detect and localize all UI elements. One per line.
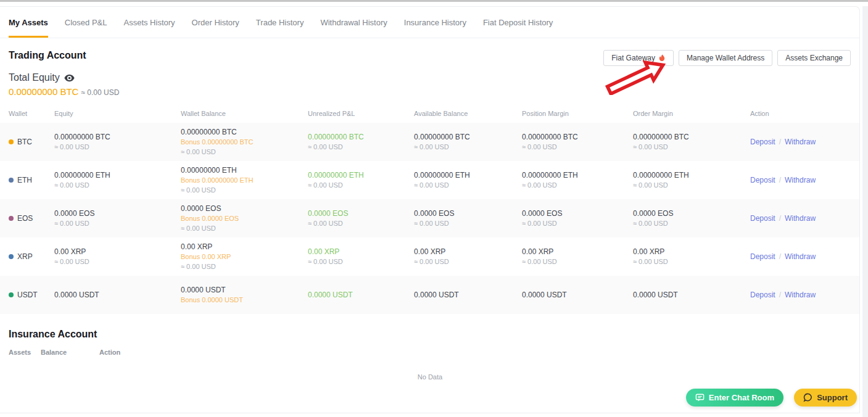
insurance-column-header-balance: Balance	[41, 349, 99, 356]
action-cell: Deposit/Withdraw	[750, 291, 851, 299]
assets-page-card: My AssetsClosed P&LAssets HistoryOrder H…	[0, 6, 860, 413]
order-margin-cell: 0.0000 USDT	[633, 291, 750, 299]
deposit-link[interactable]: Deposit	[750, 252, 775, 261]
insurance-no-data: No Data	[0, 365, 860, 381]
total-equity-approx: ≈ 0.00 USD	[81, 88, 119, 97]
unrealized-pnl-cell: 0.0000 EOS≈ 0.00 USD	[308, 209, 414, 228]
manage-wallet-address-button[interactable]: Manage Wallet Address	[679, 50, 772, 66]
total-equity-label: Total Equity	[9, 72, 60, 83]
insurance-column-header-assets: Assets	[9, 349, 41, 356]
available-balance-cell: 0.0000 USDT	[414, 291, 522, 299]
tab-insurance-history[interactable]: Insurance History	[404, 7, 466, 38]
wallet-cell: ETH	[9, 176, 54, 184]
action-separator: /	[779, 291, 781, 299]
equity-cell: 0.0000 USDT	[54, 291, 181, 299]
column-header-wallet: Wallet	[9, 110, 54, 117]
coin-dot-icon	[9, 139, 14, 144]
insurance-table-header: AssetsBalanceAction	[0, 340, 859, 365]
assets-exchange-button[interactable]: Assets Exchange	[777, 50, 851, 66]
action-separator: /	[779, 138, 781, 146]
wallet-balance-cell: 0.00 XRPBonus 0.00 XRP≈ 0.00 USD	[181, 242, 308, 271]
tab-withdrawal-history[interactable]: Withdrawal History	[320, 7, 387, 38]
enter-chat-room-button[interactable]: Enter Chat Room	[686, 389, 783, 407]
action-cell: Deposit/Withdraw	[750, 176, 851, 184]
total-equity-row: Total Equity	[0, 66, 859, 83]
button-label: Assets Exchange	[785, 54, 843, 62]
order-margin-cell: 0.00000000 ETH≈ 0.00 USD	[633, 171, 750, 189]
tab-closed-p-l[interactable]: Closed P&L	[65, 7, 107, 38]
withdraw-link[interactable]: Withdraw	[785, 138, 816, 146]
available-balance-cell: 0.0000 EOS≈ 0.00 USD	[414, 209, 522, 228]
position-margin-cell: 0.00000000 ETH≈ 0.00 USD	[522, 171, 633, 189]
coin-dot-icon	[9, 178, 14, 183]
assets-tabs: My AssetsClosed P&LAssets HistoryOrder H…	[0, 7, 859, 38]
trading-account-title: Trading Account	[9, 50, 86, 61]
tab-fiat-deposit-history[interactable]: Fiat Deposit History	[483, 7, 553, 38]
deposit-link[interactable]: Deposit	[750, 291, 775, 299]
withdraw-link[interactable]: Withdraw	[785, 291, 816, 299]
support-label: Support	[817, 393, 848, 402]
table-row-eth: ETH0.00000000 ETH≈ 0.00 USD0.00000000 ET…	[0, 161, 859, 199]
trading-account-header: Trading Account Fiat GatewayManage Walle…	[0, 38, 859, 66]
enter-chat-room-label: Enter Chat Room	[709, 393, 774, 402]
coin-dot-icon	[9, 292, 14, 297]
wallet-cell: USDT	[9, 291, 54, 299]
unrealized-pnl-cell: 0.0000 USDT	[308, 291, 414, 299]
deposit-link[interactable]: Deposit	[750, 176, 775, 184]
eye-icon[interactable]	[64, 74, 75, 82]
position-margin-cell: 0.00 XRP≈ 0.00 USD	[522, 247, 633, 266]
column-header-action: Action	[750, 110, 851, 117]
coin-label: USDT	[17, 291, 38, 299]
assets-table-header: WalletEquityWallet BalanceUnrealized P&L…	[0, 104, 859, 123]
coin-dot-icon	[9, 216, 14, 221]
coin-label: ETH	[17, 176, 32, 184]
table-row-usdt: USDT0.0000 USDT0.0000 USDTBonus 0.0000 U…	[0, 276, 859, 314]
tab-trade-history[interactable]: Trade History	[256, 7, 304, 38]
support-bubble-icon	[803, 393, 812, 402]
wallet-cell: BTC	[9, 138, 54, 146]
coin-label: EOS	[17, 214, 33, 223]
equity-cell: 0.00 XRP≈ 0.00 USD	[54, 247, 181, 266]
wallet-balance-cell: 0.00000000 ETHBonus 0.00000000 ETH≈ 0.00…	[181, 166, 308, 194]
annotation-arrow-icon	[605, 57, 668, 97]
table-row-btc: BTC0.00000000 BTC≈ 0.00 USD0.00000000 BT…	[0, 123, 859, 161]
chat-bubble-icon	[695, 393, 705, 402]
column-header-unrealized-p-l: Unrealized P&L	[308, 110, 414, 117]
column-header-position-margin: Position Margin	[522, 110, 633, 117]
assets-table-body: BTC0.00000000 BTC≈ 0.00 USD0.00000000 BT…	[0, 123, 859, 314]
coin-label: BTC	[17, 138, 32, 146]
equity-cell: 0.00000000 BTC≈ 0.00 USD	[54, 133, 181, 151]
support-button[interactable]: Support	[794, 389, 857, 407]
table-row-eos: EOS0.0000 EOS≈ 0.00 USD0.0000 EOSBonus 0…	[0, 199, 859, 237]
unrealized-pnl-cell: 0.00000000 ETH≈ 0.00 USD	[308, 171, 414, 189]
wallet-cell: XRP	[9, 252, 54, 261]
wallet-balance-cell: 0.00000000 BTCBonus 0.00000000 BTC≈ 0.00…	[181, 128, 308, 156]
scrollbar-gutter[interactable]	[862, 6, 868, 417]
order-margin-cell: 0.00000000 BTC≈ 0.00 USD	[633, 133, 750, 151]
withdraw-link[interactable]: Withdraw	[785, 252, 816, 261]
withdraw-link[interactable]: Withdraw	[785, 176, 816, 184]
order-margin-cell: 0.0000 EOS≈ 0.00 USD	[633, 209, 750, 228]
top-edge-strip	[0, 0, 868, 2]
tab-order-history[interactable]: Order History	[192, 7, 239, 38]
column-header-available-balance: Available Balance	[414, 110, 522, 117]
deposit-link[interactable]: Deposit	[750, 214, 775, 223]
tab-my-assets[interactable]: My Assets	[9, 7, 48, 38]
column-header-equity: Equity	[54, 110, 181, 117]
coin-label: XRP	[17, 252, 33, 261]
equity-cell: 0.00000000 ETH≈ 0.00 USD	[54, 171, 181, 189]
total-equity-value-row: 0.00000000 BTC≈ 0.00 USD	[0, 83, 859, 97]
action-separator: /	[779, 176, 781, 184]
equity-cell: 0.0000 EOS≈ 0.00 USD	[54, 209, 181, 228]
column-header-order-margin: Order Margin	[633, 110, 750, 117]
wallet-cell: EOS	[9, 214, 54, 223]
available-balance-cell: 0.00000000 ETH≈ 0.00 USD	[414, 171, 522, 189]
action-cell: Deposit/Withdraw	[750, 214, 851, 223]
tab-assets-history[interactable]: Assets History	[123, 7, 175, 38]
unrealized-pnl-cell: 0.00 XRP≈ 0.00 USD	[308, 247, 414, 266]
deposit-link[interactable]: Deposit	[750, 138, 775, 146]
withdraw-link[interactable]: Withdraw	[785, 214, 816, 223]
table-row-xrp: XRP0.00 XRP≈ 0.00 USD0.00 XRPBonus 0.00 …	[0, 237, 859, 276]
available-balance-cell: 0.00 XRP≈ 0.00 USD	[414, 247, 522, 266]
action-separator: /	[779, 214, 781, 223]
